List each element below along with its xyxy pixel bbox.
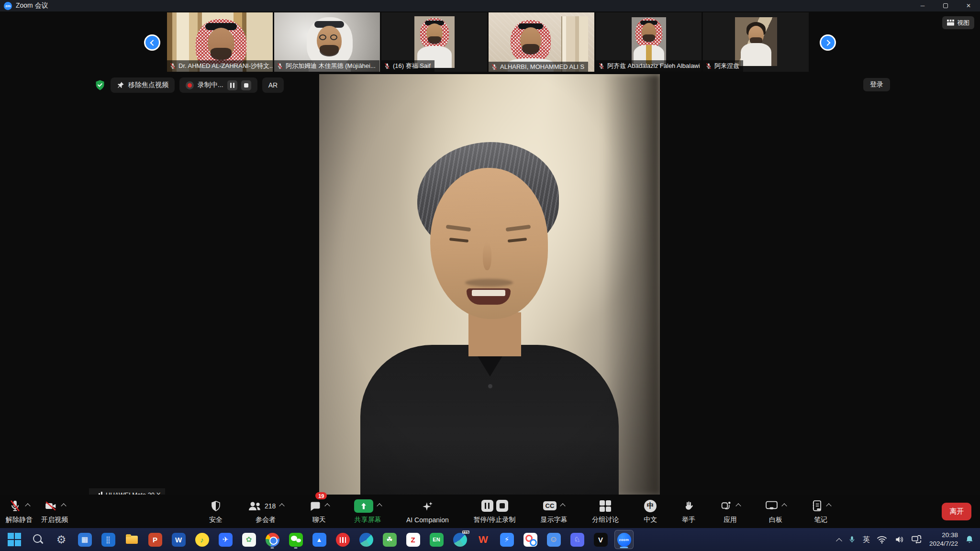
pause-recording-icon[interactable] xyxy=(481,500,493,512)
language-icon: 中 xyxy=(644,500,657,512)
calendar-app-icon[interactable]: ⣿ xyxy=(99,530,118,549)
participant-tile[interactable]: Dr. AHMED AL-ZAHRANI-沙特文... xyxy=(167,12,273,72)
monkey-app-icon[interactable]: ☺ xyxy=(544,530,563,549)
leave-meeting-button[interactable]: 离开 xyxy=(942,503,971,520)
language-switch-icon[interactable] xyxy=(911,535,923,544)
feishu-icon-glyph: ✈ xyxy=(219,533,233,547)
edge-icon[interactable] xyxy=(356,530,376,549)
participant-name-label: 阿来涅兹 xyxy=(703,60,743,72)
start-button[interactable] xyxy=(5,530,24,549)
chat-caret[interactable] xyxy=(325,503,330,508)
whiteboard-caret[interactable] xyxy=(781,503,787,508)
cc-icon: CC xyxy=(543,501,557,510)
ime-indicator[interactable]: 英 xyxy=(863,535,870,544)
whiteboard-button[interactable]: 白板 xyxy=(764,496,787,526)
volume-icon[interactable] xyxy=(894,535,904,544)
meeting-app-icon[interactable]: ▲ xyxy=(310,530,329,549)
wechat-icon[interactable] xyxy=(286,530,305,549)
edge-tts-icon[interactable]: TTS xyxy=(450,530,469,549)
captions-caret[interactable] xyxy=(560,503,566,508)
meeting-app-icon-glyph: ▲ xyxy=(312,533,326,547)
zoom-app-icon[interactable]: zoom xyxy=(614,530,634,549)
remove-spotlight-button[interactable]: 移除焦点视频 xyxy=(111,77,175,93)
ai-companion-button[interactable]: AI Companion xyxy=(405,496,450,526)
language-interpretation-button[interactable]: 中 中文 xyxy=(643,496,658,526)
evernote-icon[interactable]: EN xyxy=(427,530,446,549)
muted-mic-icon xyxy=(491,64,498,70)
search-icon[interactable] xyxy=(28,530,47,549)
search-icon-glyph xyxy=(31,533,45,547)
chrome-icon[interactable] xyxy=(263,530,282,549)
notification-bell-icon[interactable] xyxy=(965,534,974,545)
breakout-rooms-button[interactable]: 分组讨论 xyxy=(591,496,620,526)
system-monitor-app-icon[interactable]: ▦ xyxy=(75,530,94,549)
participant-tile[interactable]: 阿齐兹 Abadalaziz Faleh Albalawi xyxy=(596,12,702,72)
camera-off-icon xyxy=(44,500,57,512)
tray-mic-icon[interactable] xyxy=(848,534,856,545)
clock[interactable]: 20:38 2024/7/22 xyxy=(929,531,958,548)
xunlei-icon[interactable]: ⚡ xyxy=(497,530,516,549)
filmstrip-next-button[interactable] xyxy=(820,34,836,51)
word-icon[interactable]: W xyxy=(169,530,188,549)
captions-button[interactable]: CC 显示字幕 xyxy=(539,496,568,526)
filmstrip-prev-button[interactable] xyxy=(144,34,160,51)
audio-app-icon[interactable] xyxy=(333,530,352,549)
participants-caret[interactable] xyxy=(279,503,285,508)
ai-companion-label: AI Companion xyxy=(406,516,449,524)
security-button[interactable]: 安全 xyxy=(208,496,223,526)
wps-icon[interactable]: W xyxy=(474,530,493,549)
apps-button[interactable]: 应用 xyxy=(719,496,741,526)
login-button[interactable]: 登录 xyxy=(863,78,890,91)
blue-pet-app-icon[interactable]: ♘ xyxy=(568,530,587,549)
view-button[interactable]: 视图 xyxy=(942,16,974,29)
mic-options-caret[interactable] xyxy=(25,503,30,508)
participant-tile[interactable]: 阿尔加姆迪 木佳黑德 (Mùjiāhei... xyxy=(274,12,380,72)
v-app-icon[interactable]: V xyxy=(591,530,610,549)
participants-button[interactable]: 218 参会者 xyxy=(246,496,285,526)
feishu-icon[interactable]: ✈ xyxy=(216,530,235,549)
participant-tile[interactable]: (16) 赛福 Saif xyxy=(381,12,487,72)
apps-caret[interactable] xyxy=(735,503,741,508)
tray-expand-icon[interactable] xyxy=(836,538,842,544)
chat-button[interactable]: 19 聊天 xyxy=(308,496,330,526)
unmute-button[interactable]: 解除静音 xyxy=(5,496,33,526)
minimize-button[interactable]: ─ xyxy=(911,0,934,11)
stop-recording-icon[interactable] xyxy=(496,500,508,512)
stop-recording-icon-button[interactable] xyxy=(241,80,251,90)
qq-music-icon[interactable]: ♪ xyxy=(192,530,212,549)
participant-name-label: Dr. AHMED AL-ZAHRANI-沙特文... xyxy=(167,60,273,72)
chevron-left-icon xyxy=(150,40,156,46)
green-pet-app-icon[interactable]: ☘ xyxy=(380,530,399,549)
participant-tile[interactable]: 阿来涅兹 xyxy=(703,12,809,72)
flower-app-icon[interactable]: ✿ xyxy=(239,530,258,549)
share-screen-button[interactable]: 共享屏幕 xyxy=(353,496,382,526)
z-app-icon[interactable]: Z xyxy=(403,530,423,549)
powerpoint-icon[interactable]: P xyxy=(145,530,165,549)
participant-tile[interactable]: ALHARBI, MOHAMMED ALI S xyxy=(489,12,594,72)
pause-stop-recording-button[interactable]: 暂停/停止录制 xyxy=(473,496,517,526)
security-label: 安全 xyxy=(209,516,223,524)
powerpoint-icon-glyph: P xyxy=(148,533,162,547)
notes-caret[interactable] xyxy=(826,503,831,508)
close-button[interactable]: ✕ xyxy=(957,0,980,11)
notes-button[interactable]: 笔记 xyxy=(810,496,832,526)
z-app-icon-glyph: Z xyxy=(406,533,420,547)
titlebar: zm Zoom 会议 ─ ✕ xyxy=(0,0,980,11)
maximize-button[interactable] xyxy=(934,0,957,11)
whiteboard-label: 白板 xyxy=(769,516,782,524)
file-explorer-icon[interactable] xyxy=(122,530,141,549)
circles-app-icon[interactable] xyxy=(521,530,540,549)
pause-recording-icon-button[interactable] xyxy=(227,80,237,90)
share-caret[interactable] xyxy=(377,503,382,508)
system-monitor-app-icon-glyph: ▦ xyxy=(78,533,92,547)
ar-button[interactable]: AR xyxy=(262,77,284,93)
start-video-button[interactable]: 开启视频 xyxy=(40,496,69,526)
encryption-shield-icon[interactable] xyxy=(94,79,106,91)
wifi-icon[interactable] xyxy=(877,535,887,544)
raise-hand-label: 举手 xyxy=(682,516,695,524)
video-options-caret[interactable] xyxy=(61,503,66,508)
raise-hand-button[interactable]: 举手 xyxy=(681,496,696,526)
settings-gear-icon[interactable]: ⚙ xyxy=(52,530,71,549)
chat-unread-badge: 19 xyxy=(315,492,327,499)
whiteboard-icon xyxy=(765,500,778,512)
